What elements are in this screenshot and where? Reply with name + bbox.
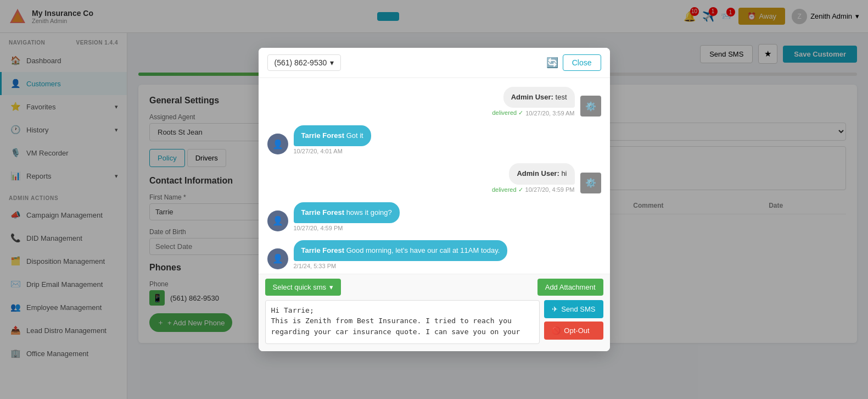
compose-textarea-wrap: Hi Tarrie; This is Zenith from Best Insu… bbox=[265, 300, 540, 346]
message-bubble: Admin User: test bbox=[503, 87, 575, 108]
message-meta: 2/1/24, 5:33 PM bbox=[294, 263, 508, 269]
opt-out-icon: 🚫 bbox=[552, 326, 561, 335]
message-time: 10/27/20, 4:01 AM bbox=[294, 148, 343, 154]
quick-sms-button[interactable]: Select quick sms ▾ bbox=[265, 279, 341, 296]
opt-out-label: Opt-Out bbox=[564, 326, 589, 335]
quick-sms-label: Select quick sms bbox=[273, 283, 327, 291]
admin-avatar: ⚙️ bbox=[580, 173, 601, 193]
compose-textarea[interactable]: Hi Tarrie; This is Zenith from Best Insu… bbox=[265, 300, 540, 344]
compose-actions: Select quick sms ▾ Add Attachment bbox=[259, 274, 610, 300]
message-time: 10/27/20, 4:59 PM bbox=[294, 225, 343, 231]
send-icon: ✈ bbox=[552, 305, 558, 313]
message-bubble-wrap: Admin User: test delivered ✓ 10/27/20, 3… bbox=[492, 87, 575, 117]
message-row: 👤 Tarrie Forest Good morning, let's have… bbox=[267, 240, 601, 269]
modal-overlay[interactable]: (561) 862-9530 ▾ 🔄 Close ⚙️ Admin User: … bbox=[0, 0, 868, 399]
user-avatar-chat: 👤 bbox=[267, 210, 288, 231]
message-bubble: Tarrie Forest Good morning, let's have o… bbox=[294, 240, 508, 261]
add-attachment-button[interactable]: Add Attachment bbox=[537, 279, 603, 296]
quick-sms-arrow-icon: ▾ bbox=[329, 283, 333, 291]
message-time: 10/27/20, 3:59 AM bbox=[525, 110, 574, 117]
message-time: 10/27/20, 4:59 PM bbox=[525, 186, 575, 193]
message-row: 👤 Tarrie Forest hows it going? 10/27/20,… bbox=[267, 202, 601, 231]
user-avatar-chat: 👤 bbox=[267, 248, 288, 269]
message-bubble: Tarrie Forest Got it bbox=[294, 125, 371, 146]
message-row: ⚙️ Admin User: hi delivered ✓ 10/27/20, … bbox=[267, 163, 601, 193]
compose-btn-col: ✈ Send SMS 🚫 Opt-Out bbox=[544, 300, 603, 346]
sms-modal: (561) 862-9530 ▾ 🔄 Close ⚙️ Admin User: … bbox=[259, 48, 610, 351]
message-bubble-wrap: Tarrie Forest Got it 10/27/20, 4:01 AM bbox=[294, 125, 371, 154]
message-meta: 10/27/20, 4:59 PM bbox=[294, 225, 400, 231]
send-sms-label: Send SMS bbox=[561, 305, 595, 313]
refresh-button[interactable]: 🔄 bbox=[546, 57, 558, 69]
delivered-status: delivered ✓ bbox=[492, 186, 523, 193]
message-bubble-wrap: Admin User: hi delivered ✓ 10/27/20, 4:5… bbox=[492, 163, 575, 193]
admin-avatar: ⚙️ bbox=[580, 96, 601, 117]
message-bubble-wrap: Tarrie Forest Good morning, let's have o… bbox=[294, 240, 508, 269]
send-sms-compose-button[interactable]: ✈ Send SMS bbox=[544, 300, 603, 318]
message-time: 2/1/24, 5:33 PM bbox=[294, 263, 337, 269]
message-meta: 10/27/20, 4:01 AM bbox=[294, 148, 371, 154]
message-bubble: Tarrie Forest hows it going? bbox=[294, 202, 400, 223]
chat-area: ⚙️ Admin User: test delivered ✓ 10/27/20… bbox=[259, 78, 610, 274]
message-meta: delivered ✓ 10/27/20, 4:59 PM bbox=[492, 186, 575, 193]
modal-header-right: 🔄 Close bbox=[546, 54, 601, 71]
message-row: ⚙️ Admin User: test delivered ✓ 10/27/20… bbox=[267, 87, 601, 117]
message-meta: delivered ✓ 10/27/20, 3:59 AM bbox=[492, 109, 575, 117]
modal-compose: Select quick sms ▾ Add Attachment Hi Tar… bbox=[259, 274, 610, 351]
phone-dropdown[interactable]: (561) 862-9530 ▾ bbox=[267, 54, 341, 71]
delivered-status: delivered ✓ bbox=[492, 109, 524, 117]
user-avatar-chat: 👤 bbox=[267, 134, 288, 154]
compose-text-area: Hi Tarrie; This is Zenith from Best Insu… bbox=[259, 300, 610, 351]
opt-out-button[interactable]: 🚫 Opt-Out bbox=[544, 322, 603, 340]
close-modal-button[interactable]: Close bbox=[563, 54, 601, 71]
modal-header: (561) 862-9530 ▾ 🔄 Close bbox=[259, 48, 610, 78]
dropdown-arrow-icon: ▾ bbox=[330, 58, 334, 67]
phone-number-display: (561) 862-9530 bbox=[275, 58, 327, 67]
message-row: 👤 Tarrie Forest Got it 10/27/20, 4:01 AM bbox=[267, 125, 601, 154]
message-bubble-wrap: Tarrie Forest hows it going? 10/27/20, 4… bbox=[294, 202, 400, 231]
message-bubble: Admin User: hi bbox=[509, 163, 574, 184]
